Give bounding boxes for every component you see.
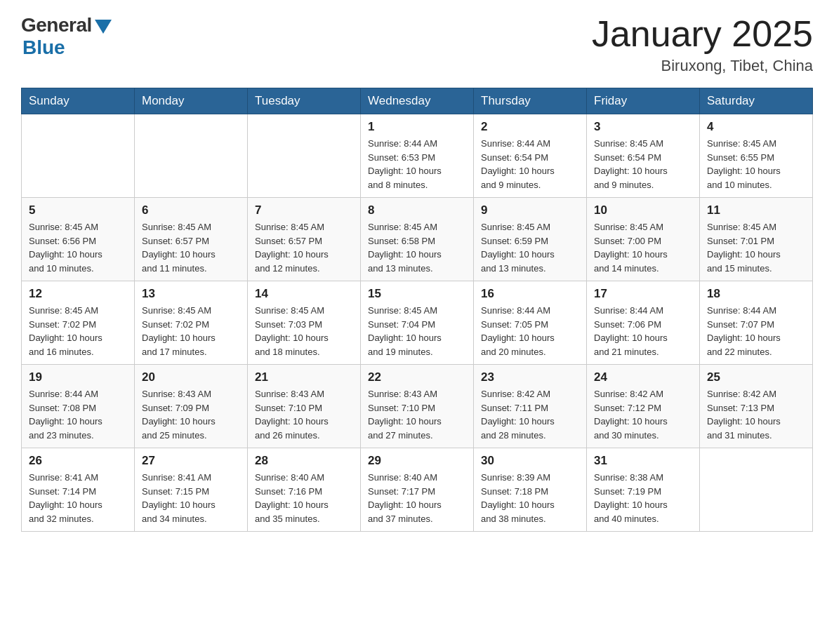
calendar-cell: 29Sunrise: 8:40 AM Sunset: 7:17 PM Dayli… xyxy=(361,448,474,532)
day-info: Sunrise: 8:41 AM Sunset: 7:15 PM Dayligh… xyxy=(142,471,240,525)
day-number: 13 xyxy=(142,287,240,301)
day-info: Sunrise: 8:43 AM Sunset: 7:10 PM Dayligh… xyxy=(368,387,466,442)
column-header-saturday: Saturday xyxy=(700,88,813,114)
day-info: Sunrise: 8:39 AM Sunset: 7:18 PM Dayligh… xyxy=(481,471,579,525)
calendar-week-row: 1Sunrise: 8:44 AM Sunset: 6:53 PM Daylig… xyxy=(22,114,813,198)
logo-blue-text: Blue xyxy=(22,36,65,59)
day-number: 7 xyxy=(255,203,353,217)
day-info: Sunrise: 8:44 AM Sunset: 7:05 PM Dayligh… xyxy=(481,304,579,358)
day-number: 28 xyxy=(255,454,353,468)
calendar-cell: 4Sunrise: 8:45 AM Sunset: 6:55 PM Daylig… xyxy=(700,114,813,198)
calendar-cell: 3Sunrise: 8:45 AM Sunset: 6:54 PM Daylig… xyxy=(587,114,700,198)
day-info: Sunrise: 8:45 AM Sunset: 7:01 PM Dayligh… xyxy=(707,220,805,275)
day-info: Sunrise: 8:41 AM Sunset: 7:14 PM Dayligh… xyxy=(29,471,127,525)
day-info: Sunrise: 8:40 AM Sunset: 7:17 PM Dayligh… xyxy=(368,471,466,525)
day-info: Sunrise: 8:45 AM Sunset: 7:00 PM Dayligh… xyxy=(594,220,692,275)
day-number: 26 xyxy=(29,454,127,468)
calendar-cell: 2Sunrise: 8:44 AM Sunset: 6:54 PM Daylig… xyxy=(474,114,587,198)
calendar-cell: 17Sunrise: 8:44 AM Sunset: 7:06 PM Dayli… xyxy=(587,281,700,365)
day-number: 24 xyxy=(594,370,692,384)
column-header-friday: Friday xyxy=(587,88,700,114)
calendar-week-row: 5Sunrise: 8:45 AM Sunset: 6:56 PM Daylig… xyxy=(22,198,813,281)
day-number: 20 xyxy=(142,370,240,384)
day-info: Sunrise: 8:43 AM Sunset: 7:10 PM Dayligh… xyxy=(255,387,353,442)
calendar-table: SundayMondayTuesdayWednesdayThursdayFrid… xyxy=(21,88,813,532)
day-number: 29 xyxy=(368,454,466,468)
day-info: Sunrise: 8:45 AM Sunset: 7:02 PM Dayligh… xyxy=(142,304,240,358)
day-number: 5 xyxy=(29,203,127,217)
month-title: January 2025 xyxy=(592,14,813,54)
calendar-cell: 10Sunrise: 8:45 AM Sunset: 7:00 PM Dayli… xyxy=(587,198,700,281)
day-number: 30 xyxy=(481,454,579,468)
day-info: Sunrise: 8:45 AM Sunset: 7:02 PM Dayligh… xyxy=(29,304,127,358)
calendar-cell: 21Sunrise: 8:43 AM Sunset: 7:10 PM Dayli… xyxy=(248,365,361,448)
day-info: Sunrise: 8:44 AM Sunset: 7:08 PM Dayligh… xyxy=(29,387,127,442)
day-number: 21 xyxy=(255,370,353,384)
day-number: 27 xyxy=(142,454,240,468)
day-info: Sunrise: 8:40 AM Sunset: 7:16 PM Dayligh… xyxy=(255,471,353,525)
calendar-cell: 14Sunrise: 8:45 AM Sunset: 7:03 PM Dayli… xyxy=(248,281,361,365)
calendar-week-row: 26Sunrise: 8:41 AM Sunset: 7:14 PM Dayli… xyxy=(22,448,813,532)
day-info: Sunrise: 8:42 AM Sunset: 7:11 PM Dayligh… xyxy=(481,387,579,442)
day-number: 6 xyxy=(142,203,240,217)
day-info: Sunrise: 8:44 AM Sunset: 6:53 PM Dayligh… xyxy=(368,137,466,192)
column-header-tuesday: Tuesday xyxy=(248,88,361,114)
calendar-week-row: 19Sunrise: 8:44 AM Sunset: 7:08 PM Dayli… xyxy=(22,365,813,448)
calendar-cell: 27Sunrise: 8:41 AM Sunset: 7:15 PM Dayli… xyxy=(135,448,248,532)
calendar-cell: 16Sunrise: 8:44 AM Sunset: 7:05 PM Dayli… xyxy=(474,281,587,365)
calendar-cell: 22Sunrise: 8:43 AM Sunset: 7:10 PM Dayli… xyxy=(361,365,474,448)
calendar-cell: 25Sunrise: 8:42 AM Sunset: 7:13 PM Dayli… xyxy=(700,365,813,448)
day-info: Sunrise: 8:44 AM Sunset: 7:07 PM Dayligh… xyxy=(707,304,805,358)
day-info: Sunrise: 8:45 AM Sunset: 6:58 PM Dayligh… xyxy=(368,220,466,275)
calendar-cell: 6Sunrise: 8:45 AM Sunset: 6:57 PM Daylig… xyxy=(135,198,248,281)
calendar-cell: 1Sunrise: 8:44 AM Sunset: 6:53 PM Daylig… xyxy=(361,114,474,198)
day-info: Sunrise: 8:45 AM Sunset: 7:04 PM Dayligh… xyxy=(368,304,466,358)
day-number: 10 xyxy=(594,203,692,217)
day-number: 3 xyxy=(594,120,692,134)
day-number: 2 xyxy=(481,120,579,134)
day-number: 17 xyxy=(594,287,692,301)
day-number: 4 xyxy=(707,120,805,134)
day-info: Sunrise: 8:45 AM Sunset: 6:56 PM Dayligh… xyxy=(29,220,127,275)
calendar-cell: 24Sunrise: 8:42 AM Sunset: 7:12 PM Dayli… xyxy=(587,365,700,448)
location-title: Biruxong, Tibet, China xyxy=(592,57,813,75)
calendar-cell: 28Sunrise: 8:40 AM Sunset: 7:16 PM Dayli… xyxy=(248,448,361,532)
day-info: Sunrise: 8:42 AM Sunset: 7:13 PM Dayligh… xyxy=(707,387,805,442)
calendar-cell xyxy=(248,114,361,198)
day-number: 18 xyxy=(707,287,805,301)
calendar-cell: 12Sunrise: 8:45 AM Sunset: 7:02 PM Dayli… xyxy=(22,281,135,365)
day-info: Sunrise: 8:45 AM Sunset: 6:59 PM Dayligh… xyxy=(481,220,579,275)
column-header-sunday: Sunday xyxy=(22,88,135,114)
day-info: Sunrise: 8:45 AM Sunset: 6:57 PM Dayligh… xyxy=(142,220,240,275)
calendar-cell: 7Sunrise: 8:45 AM Sunset: 6:57 PM Daylig… xyxy=(248,198,361,281)
calendar-cell: 15Sunrise: 8:45 AM Sunset: 7:04 PM Dayli… xyxy=(361,281,474,365)
day-info: Sunrise: 8:43 AM Sunset: 7:09 PM Dayligh… xyxy=(142,387,240,442)
day-number: 14 xyxy=(255,287,353,301)
day-number: 19 xyxy=(29,370,127,384)
column-header-wednesday: Wednesday xyxy=(361,88,474,114)
title-block: January 2025 Biruxong, Tibet, China xyxy=(592,14,813,75)
calendar-cell xyxy=(700,448,813,532)
day-info: Sunrise: 8:45 AM Sunset: 6:55 PM Dayligh… xyxy=(707,137,805,192)
day-number: 23 xyxy=(481,370,579,384)
calendar-cell: 26Sunrise: 8:41 AM Sunset: 7:14 PM Dayli… xyxy=(22,448,135,532)
day-number: 22 xyxy=(368,370,466,384)
day-number: 9 xyxy=(481,203,579,217)
day-number: 11 xyxy=(707,203,805,217)
calendar-cell: 20Sunrise: 8:43 AM Sunset: 7:09 PM Dayli… xyxy=(135,365,248,448)
day-info: Sunrise: 8:45 AM Sunset: 6:54 PM Dayligh… xyxy=(594,137,692,192)
calendar-cell xyxy=(135,114,248,198)
calendar-cell: 11Sunrise: 8:45 AM Sunset: 7:01 PM Dayli… xyxy=(700,198,813,281)
calendar-week-row: 12Sunrise: 8:45 AM Sunset: 7:02 PM Dayli… xyxy=(22,281,813,365)
day-info: Sunrise: 8:42 AM Sunset: 7:12 PM Dayligh… xyxy=(594,387,692,442)
day-number: 15 xyxy=(368,287,466,301)
calendar-cell: 8Sunrise: 8:45 AM Sunset: 6:58 PM Daylig… xyxy=(361,198,474,281)
day-info: Sunrise: 8:45 AM Sunset: 6:57 PM Dayligh… xyxy=(255,220,353,275)
day-number: 8 xyxy=(368,203,466,217)
logo-general-text: General xyxy=(21,14,92,36)
calendar-cell: 18Sunrise: 8:44 AM Sunset: 7:07 PM Dayli… xyxy=(700,281,813,365)
calendar-header-row: SundayMondayTuesdayWednesdayThursdayFrid… xyxy=(22,88,813,114)
calendar-cell: 30Sunrise: 8:39 AM Sunset: 7:18 PM Dayli… xyxy=(474,448,587,532)
day-number: 1 xyxy=(368,120,466,134)
logo: General Blue xyxy=(21,14,112,59)
